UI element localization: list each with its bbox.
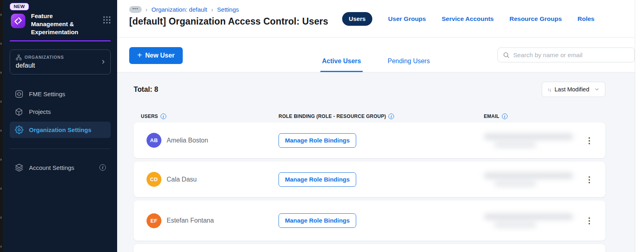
toolbar: + New User Active Users Pending Users — [117, 37, 635, 72]
nav-tab-user-groups[interactable]: User Groups — [388, 15, 426, 23]
org-selector-label: ORGANIZATIONS — [25, 55, 64, 60]
breadcrumb-separator: › — [146, 6, 148, 13]
table-row: CD Cala Dasu Manage Role Bindings ⋮ — [134, 161, 605, 197]
org-selector-value: default — [16, 62, 105, 69]
new-badge: NEW — [10, 3, 29, 10]
window-edge-strip — [0, 0, 3, 252]
user-cell: CD Cala Dasu — [147, 172, 279, 187]
content-right-edge — [635, 0, 635, 252]
search-input[interactable] — [513, 52, 630, 59]
sidebar-item-label: Account Settings — [29, 164, 74, 171]
app-window: NEW Feature Management & Experimentation — [0, 0, 644, 252]
nav-tab-users[interactable]: Users — [342, 12, 373, 26]
cube-icon — [14, 108, 23, 116]
email-redacted — [484, 173, 573, 186]
breadcrumb-separator: › — [211, 6, 213, 13]
user-name: Amelia Boston — [167, 137, 208, 144]
user-name: Cala Dasu — [167, 176, 197, 183]
breadcrumb-organization-link[interactable]: Organization: default — [151, 6, 207, 13]
search-box[interactable] — [497, 48, 635, 62]
column-header-email: EMAIL i — [484, 114, 573, 119]
sidebar-divider — [10, 149, 110, 149]
organization-selector[interactable]: ORGANIZATIONS default › — [10, 50, 111, 74]
table-row-partial — [134, 244, 605, 252]
page-header: ••• › Organization: default › Settings [… — [117, 0, 635, 37]
info-icon[interactable]: i — [99, 164, 106, 171]
manage-role-bindings-button[interactable]: Manage Role Bindings — [279, 133, 356, 148]
sidebar-header: Feature Management & Experimentation — [3, 10, 117, 36]
org-hierarchy-icon — [16, 54, 22, 60]
tab-active-users[interactable]: Active Users — [320, 58, 363, 72]
users-list-section: Total: 8 ↑↓ Last Modified USERS i — [117, 72, 635, 252]
apps-grid-icon[interactable] — [103, 16, 111, 24]
main-panel: ••• › Organization: default › Settings [… — [117, 0, 644, 252]
info-icon[interactable]: i — [502, 114, 508, 119]
avatar: AB — [147, 133, 161, 148]
kebab-menu-icon[interactable]: ⋮ — [583, 173, 596, 186]
nav-tab-resource-groups[interactable]: Resource Groups — [510, 15, 562, 23]
table-row: AB Amelia Boston Manage Role Bindings ⋮ — [134, 122, 605, 158]
split-outline-icon — [14, 90, 23, 98]
user-name: Estefan Fontana — [167, 217, 214, 224]
info-icon[interactable]: i — [388, 114, 394, 119]
product-title: Feature Management & Experimentation — [31, 12, 91, 36]
sidebar-item-label: Projects — [29, 108, 51, 115]
table-header-row: USERS i ROLE BINDING (ROLE - RESOURCE GR… — [134, 114, 605, 119]
chevron-down-icon — [594, 87, 600, 92]
avatar: CD — [147, 172, 161, 187]
access-control-nav: Users User Groups Service Accounts Resou… — [342, 12, 594, 26]
user-cell: AB Amelia Boston — [147, 133, 279, 148]
sort-dropdown[interactable]: ↑↓ Last Modified — [542, 82, 605, 97]
manage-role-bindings-button[interactable]: Manage Role Bindings — [279, 172, 356, 187]
nav-tab-service-accounts[interactable]: Service Accounts — [442, 15, 494, 23]
kebab-menu-icon[interactable]: ⋮ — [583, 214, 596, 227]
sidebar-item-label: FME Settings — [29, 91, 65, 97]
breadcrumb-settings-link[interactable]: Settings — [217, 6, 239, 13]
column-header-users: USERS i — [141, 114, 279, 119]
search-icon — [503, 52, 510, 58]
sidebar-item-projects[interactable]: Projects — [10, 104, 111, 120]
brand-accent-bar — [10, 40, 111, 41]
sidebar-menu: FME Settings Projects — [3, 86, 117, 176]
total-count: Total: 8 — [134, 85, 158, 94]
breadcrumb: ••• › Organization: default › Settings — [129, 6, 239, 13]
split-logo-icon — [11, 14, 25, 28]
sidebar-item-account-settings[interactable]: Account Settings i — [10, 159, 111, 176]
manage-role-bindings-button[interactable]: Manage Role Bindings — [279, 213, 356, 228]
layers-icon — [14, 163, 23, 172]
sort-dropdown-value: Last Modified — [555, 86, 589, 93]
user-cell: EF Estefan Fontana — [147, 213, 279, 228]
avatar: EF — [147, 213, 161, 228]
kebab-menu-icon[interactable]: ⋮ — [583, 134, 596, 147]
info-icon[interactable]: i — [161, 114, 166, 119]
sidebar-item-fme-settings[interactable]: FME Settings — [10, 86, 111, 102]
breadcrumb-ellipsis-button[interactable]: ••• — [129, 6, 142, 13]
sidebar: NEW Feature Management & Experimentation — [3, 0, 117, 252]
page-title: [default] Organization Access Control: U… — [129, 16, 328, 27]
nav-tab-roles[interactable]: Roles — [578, 15, 594, 23]
email-redacted — [484, 134, 573, 147]
sidebar-item-organization-settings[interactable]: Organization Settings — [10, 122, 111, 138]
table-row: EF Estefan Fontana Manage Role Bindings … — [134, 200, 605, 241]
tab-pending-users[interactable]: Pending Users — [386, 58, 431, 72]
sidebar-item-label: Organization Settings — [29, 126, 91, 133]
email-redacted — [484, 214, 573, 227]
chevron-right-icon: › — [102, 57, 105, 66]
sort-arrows-icon: ↑↓ — [547, 87, 551, 93]
gear-icon — [14, 126, 23, 134]
column-header-role-binding: ROLE BINDING (ROLE - RESOURCE GROUP) i — [279, 114, 484, 119]
